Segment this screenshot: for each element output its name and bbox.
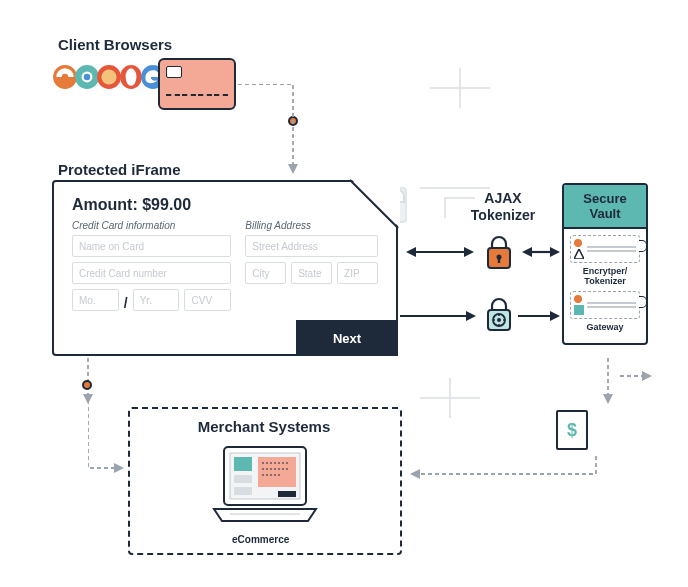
protected-iframe-title: Protected iFrame — [58, 161, 181, 178]
vault-gateway-item — [570, 291, 640, 319]
svg-marker-27 — [466, 311, 476, 321]
street-input[interactable]: Street Address — [245, 235, 378, 257]
svg-marker-22 — [464, 247, 474, 257]
svg-marker-21 — [406, 247, 416, 257]
vault-encrypter-label: Encrytper/ Tokenizer — [570, 267, 640, 287]
svg-marker-31 — [603, 394, 613, 404]
arrow-card-to-iframe — [238, 84, 308, 184]
name-on-card-input[interactable]: Name on Card — [72, 235, 231, 257]
svg-marker-24 — [522, 247, 532, 257]
expiry-month-input[interactable]: Mo. — [72, 289, 119, 311]
svg-point-9 — [126, 68, 137, 85]
merchant-systems-title: Merchant Systems — [184, 418, 344, 435]
dollar-symbol: $ — [567, 420, 577, 441]
secure-vault-title: Secure Vault — [564, 185, 646, 229]
iframe-clipped-corner — [350, 178, 402, 230]
next-button[interactable]: Next — [296, 320, 398, 356]
client-browsers-title: Client Browsers — [58, 36, 172, 53]
amount-row: Amount: $99.00 — [72, 196, 378, 214]
city-input[interactable]: City — [245, 262, 286, 284]
svg-rect-16 — [498, 258, 500, 263]
laptop-icon — [210, 443, 320, 529]
svg-rect-38 — [234, 487, 252, 495]
arrow-stamp-to-merchant — [406, 456, 606, 496]
arrow-to-merchant-panel — [88, 400, 128, 480]
arrow-lock-to-vault — [518, 308, 564, 324]
card-number-input[interactable]: Credit Card number — [72, 262, 231, 284]
arrow-vault-to-stamp — [598, 358, 618, 408]
state-input[interactable]: State — [291, 262, 332, 284]
cc-section-label: Credit Card information — [72, 220, 231, 231]
svg-point-5 — [84, 74, 91, 81]
zip-input[interactable]: ZIP — [337, 262, 378, 284]
svg-point-7 — [101, 69, 116, 84]
node-dot-2 — [82, 380, 92, 390]
credit-card-icon — [158, 58, 236, 110]
svg-marker-12 — [350, 178, 400, 228]
secure-vault-panel: Secure Vault Encrytper/ Tokenizer Gatewa… — [562, 183, 648, 345]
vault-encrypter-item — [570, 235, 640, 263]
arrow-tokenizer-vault-top — [518, 244, 564, 260]
vault-gateway-label: Gateway — [570, 323, 640, 333]
amount-label: Amount: — [72, 196, 138, 213]
dollar-stamp-icon: $ — [556, 410, 588, 450]
svg-rect-43 — [278, 491, 296, 497]
svg-rect-39 — [258, 457, 296, 487]
svg-marker-32 — [642, 371, 652, 381]
expiry-slash: / — [124, 295, 128, 311]
svg-marker-29 — [550, 311, 560, 321]
svg-marker-46 — [114, 463, 124, 473]
svg-marker-25 — [550, 247, 560, 257]
browser-icons-group — [52, 64, 162, 90]
lock-icon-orange — [482, 234, 516, 272]
svg-rect-37 — [234, 475, 252, 483]
arrow-iframe-tokenizer — [400, 244, 480, 260]
arrow-next-to-lock — [400, 308, 480, 324]
ecommerce-label: eCommerce — [232, 534, 289, 545]
svg-rect-36 — [234, 457, 252, 471]
svg-marker-30 — [574, 249, 584, 259]
expiry-year-input[interactable]: Yr. — [133, 289, 180, 311]
arrow-vault-branch — [620, 366, 656, 386]
amount-value: $99.00 — [142, 196, 191, 213]
protected-iframe-panel: Amount: $99.00 Credit Card information N… — [52, 180, 398, 356]
ajax-tokenizer-title: AJAX Tokenizer — [461, 190, 545, 224]
cvv-input[interactable]: CVV — [184, 289, 231, 311]
svg-marker-11 — [288, 164, 298, 174]
lock-icon-teal — [482, 296, 516, 334]
svg-marker-33 — [410, 469, 420, 479]
svg-point-19 — [497, 318, 501, 322]
